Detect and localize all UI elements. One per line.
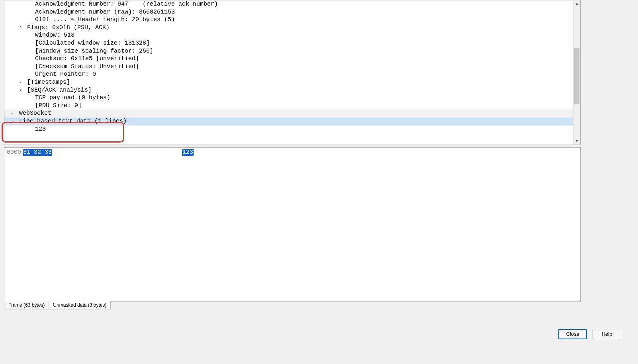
tree-row[interactable]: › [Timestamps] [4, 78, 580, 86]
tree-row[interactable]: 0101 .... = Header Length: 20 bytes (5) [4, 16, 580, 24]
tree-row[interactable]: 123 [4, 125, 580, 133]
tree-row[interactable]: Urgent Pointer: 0 [4, 70, 580, 78]
tree-row[interactable]: › WebSocket [4, 110, 580, 117]
tree-row[interactable]: Checksum: 0x11e5 [unverified] [4, 55, 580, 63]
tree-row-text: Checksum: 0x11e5 [unverified] [35, 55, 139, 62]
tree-row-text: [PDU Size: 9] [35, 102, 82, 109]
expand-icon[interactable]: › [18, 86, 23, 94]
tab-unmasked-data[interactable]: Unmasked data (3 bytes) [49, 301, 111, 309]
tree-row-text: WebSocket [19, 110, 51, 117]
tree-row-text: Acknowledgment number (raw): 3668261153 [35, 9, 175, 16]
tree-row-text: [Calculated window size: 131328] [35, 40, 150, 47]
packet-details-tree[interactable]: Acknowledgment Number: 947 (relative ack… [4, 0, 581, 145]
hex-ascii-highlight: 123 [182, 149, 194, 156]
tree-row-text: [Checksum Status: Unverified] [35, 63, 139, 70]
tree-row-text: [SEQ/ACK analysis] [27, 87, 92, 94]
tree-row-text: Line-based text data (1 lines) [19, 118, 127, 125]
tree-row[interactable]: Window: 513 [4, 31, 580, 39]
tree-row[interactable]: [PDU Size: 9] [4, 102, 580, 110]
tree-row-text: 0101 .... = Header Length: 20 bytes (5) [35, 16, 175, 23]
bytes-pane-tabs: Frame (63 bytes)Unmasked data (3 bytes) [4, 302, 581, 310]
scroll-thumb[interactable] [574, 48, 579, 104]
help-button[interactable]: Help [593, 329, 621, 339]
tree-row-text: TCP payload (9 bytes) [35, 94, 110, 101]
tree-row[interactable]: Acknowledgment number (raw): 3668261153 [4, 8, 580, 16]
tree-row[interactable]: ⌄ Line-based text data (1 lines) [4, 117, 580, 125]
tree-row[interactable]: [Calculated window size: 131328] [4, 39, 580, 47]
tree-row[interactable]: Acknowledgment Number: 947 (relative ack… [4, 0, 580, 8]
tree-row[interactable]: [Window size scaling factor: 256] [4, 47, 580, 55]
tree-row[interactable]: › Flags: 0x018 (PSH, ACK) [4, 24, 580, 32]
hex-ascii: 123 [182, 149, 194, 156]
tree-row-text: Flags: 0x018 (PSH, ACK) [27, 24, 110, 31]
hex-bytes: 31 32 33 [23, 149, 182, 156]
packet-bytes-panel[interactable]: 0000 31 32 33 123 [4, 147, 581, 302]
scroll-up-icon[interactable]: ▲ [573, 0, 580, 7]
hex-offset: 0000 [7, 149, 23, 156]
tree-row-text: [Window size scaling factor: 256] [35, 48, 153, 55]
tree-row[interactable]: [Checksum Status: Unverified] [4, 63, 580, 71]
hex-bytes-highlight: 31 32 33 [23, 149, 52, 156]
close-button[interactable]: Close [558, 329, 587, 339]
expand-icon[interactable]: › [18, 24, 23, 32]
expand-icon[interactable]: › [10, 110, 16, 117]
collapse-icon[interactable]: ⌄ [10, 117, 16, 125]
tree-row-text: [Timestamps] [27, 79, 70, 86]
tab-frame[interactable]: Frame (63 bytes) [4, 301, 49, 309]
hex-row[interactable]: 0000 31 32 33 123 [7, 149, 578, 156]
tree-row-text: Window: 513 [35, 32, 74, 39]
tree-row-text: Acknowledgment Number: 947 (relative ack… [35, 1, 218, 8]
tree-row-text: 123 [35, 126, 46, 133]
tree-scrollbar[interactable]: ▲ ▼ [573, 0, 580, 145]
expand-icon[interactable]: › [18, 78, 23, 86]
tree-row[interactable]: TCP payload (9 bytes) [4, 94, 580, 102]
scroll-down-icon[interactable]: ▼ [573, 138, 580, 145]
tree-row-text: Urgent Pointer: 0 [35, 71, 96, 78]
tree-row[interactable]: › [SEQ/ACK analysis] [4, 86, 580, 94]
